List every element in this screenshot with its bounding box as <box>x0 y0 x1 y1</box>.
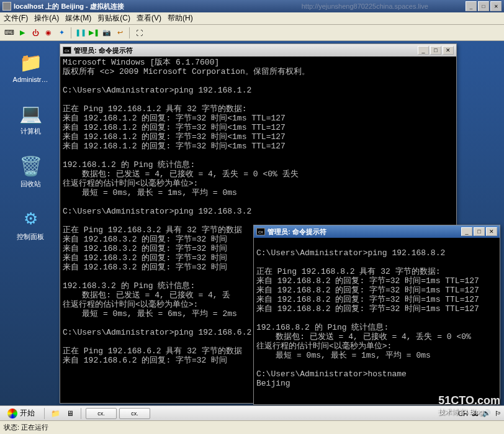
start-icon[interactable]: ▶ <box>17 27 28 38</box>
cmd2-output[interactable]: C:\Users\Administrator>ping 192.168.8.2 … <box>254 238 500 389</box>
tray-flag-icon[interactable]: 🏳 <box>495 410 502 417</box>
menubar: 文件(F) 操作(A) 媒体(M) 剪贴板(C) 查看(V) 帮助(H) <box>0 12 504 25</box>
cmd2-minimize-button[interactable]: _ <box>461 227 472 236</box>
cmd1-titlebar[interactable]: cx 管理员: 命令提示符 _ □ ✕ <box>60 44 456 57</box>
taskbar-button-cmd2[interactable]: cx. <box>119 408 150 419</box>
desktop-icon-administrator[interactable]: 📁 Administr… <box>9 50 52 83</box>
toolbar: ⌨ ▶ ⏻ ◉ ✦ ❚❚ ▶❚ 📷 ↩ ⛶ <box>0 25 504 41</box>
shutdown-icon[interactable]: ◉ <box>43 27 54 38</box>
quick-launch-explorer[interactable]: 📁 <box>49 408 61 419</box>
menu-action[interactable]: 操作(A) <box>34 13 59 24</box>
tray-network-icon[interactable]: 🖧 <box>472 410 479 417</box>
desktop-icon-label: 控制面板 <box>17 232 44 242</box>
fullscreen-icon[interactable]: ⛶ <box>133 27 145 38</box>
language-indicator[interactable]: CH <box>458 410 468 417</box>
desktop-icon-label: Administr… <box>13 76 48 83</box>
menu-media[interactable]: 媒体(M) <box>65 13 91 24</box>
close-button[interactable]: ✕ <box>490 1 502 11</box>
folder-icon: 📁 <box>18 50 43 75</box>
recycle-icon: 🗑️ <box>18 153 43 178</box>
guest-taskbar: 开始 📁 🖥 cx. cx. CH 🖧 🔊 🏳 <box>0 405 504 420</box>
system-tray: CH 🖧 🔊 🏳 <box>458 409 502 417</box>
menu-file[interactable]: 文件(F) <box>4 13 28 24</box>
cmd-icon: cx <box>256 228 265 235</box>
cmd2-titlebar[interactable]: cx 管理员: 命令提示符 _ □ ✕ <box>254 225 500 238</box>
status-label: 状态: <box>4 423 19 432</box>
cmd2-maximize-button[interactable]: □ <box>474 227 485 236</box>
cmd2-close-button[interactable]: ✕ <box>486 227 497 236</box>
desktop-icon-control-panel[interactable]: ⚙ 控制面板 <box>9 206 52 242</box>
turnoff-icon[interactable]: ⏻ <box>30 27 41 38</box>
quick-launch-desktop[interactable]: 🖥 <box>64 408 76 419</box>
control-panel-icon: ⚙ <box>18 206 43 231</box>
reset-icon[interactable]: ▶❚ <box>88 27 99 38</box>
minimize-button[interactable]: _ <box>466 1 477 11</box>
tray-sound-icon[interactable]: 🔊 <box>482 409 491 417</box>
desktop-icon-recycle[interactable]: 🗑️ 回收站 <box>9 153 52 189</box>
cmd1-title: 管理员: 命令提示符 <box>74 46 418 55</box>
pause-icon[interactable]: ❚❚ <box>75 27 86 38</box>
cmd1-maximize-button[interactable]: □ <box>430 46 441 55</box>
save-icon[interactable]: ✦ <box>56 27 67 38</box>
desktop-icon-label: 回收站 <box>20 179 41 189</box>
watermark-url: http://yejunsheng870225china.spaces.live <box>302 2 428 10</box>
desktop-icon-computer[interactable]: 💻 计算机 <box>9 101 52 136</box>
vm-window-titlebar: localhost 上的 Beijing - 虚拟机连接 http://yeju… <box>0 0 504 12</box>
revert-icon[interactable]: ↩ <box>114 27 125 38</box>
menu-clipboard[interactable]: 剪贴板(C) <box>97 13 130 24</box>
vm-icon <box>2 2 11 11</box>
start-button[interactable]: 开始 <box>2 407 40 420</box>
cmd1-minimize-button[interactable]: _ <box>418 46 429 55</box>
cmd1-close-button[interactable]: ✕ <box>443 46 454 55</box>
cmd-icon: cx <box>63 47 71 54</box>
menu-view[interactable]: 查看(V) <box>137 13 161 24</box>
start-label: 开始 <box>20 408 35 418</box>
taskbar-button-cmd1[interactable]: cx. <box>86 408 117 419</box>
status-value: 正在运行 <box>21 423 48 432</box>
ctrl-alt-del-icon[interactable]: ⌨ <box>4 27 15 38</box>
checkpoint-icon[interactable]: 📷 <box>101 27 112 38</box>
start-orb-icon <box>7 409 17 418</box>
vm-window-title: localhost 上的 Beijing - 虚拟机连接 <box>14 2 302 11</box>
menu-help[interactable]: 帮助(H) <box>168 13 193 24</box>
maximize-button[interactable]: □ <box>478 1 489 11</box>
vm-statusbar: 状态: 正在运行 <box>0 420 504 434</box>
cmd-window-2[interactable]: cx 管理员: 命令提示符 _ □ ✕ C:\Users\Administrat… <box>253 225 500 405</box>
cmd2-title: 管理员: 命令提示符 <box>268 227 461 237</box>
guest-desktop: 📁 Administr… 💻 计算机 🗑️ 回收站 ⚙ 控制面板 cx 管理员:… <box>0 41 504 405</box>
desktop-icon-label: 计算机 <box>20 127 41 136</box>
computer-icon: 💻 <box>18 101 43 125</box>
